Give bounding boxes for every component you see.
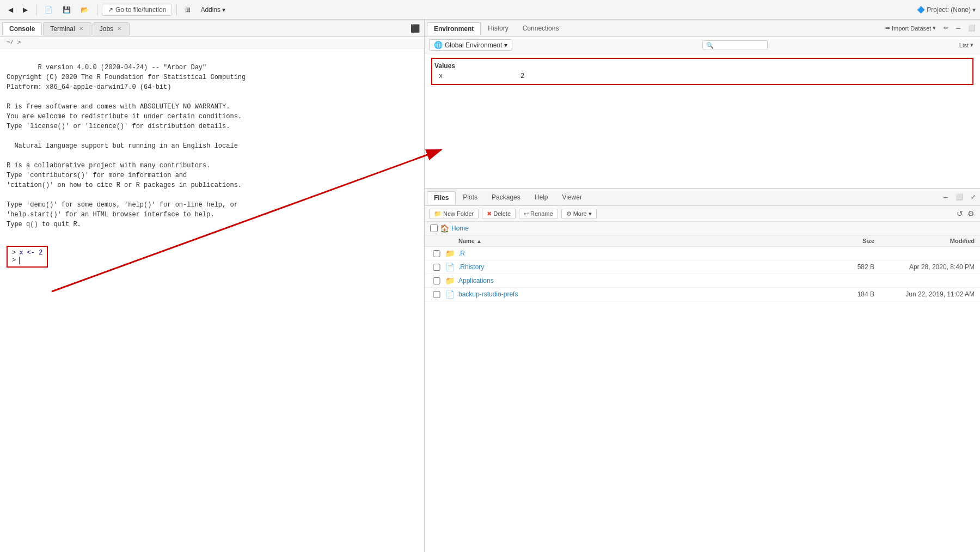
folder-icon-r: 📁 <box>445 249 456 258</box>
delete-btn[interactable]: ✖ Delete <box>482 209 516 219</box>
env-search[interactable] <box>702 40 768 50</box>
rename-btn[interactable]: ↩ Rename <box>519 209 558 219</box>
project-label: 🔷 Project: (None) ▾ <box>917 6 976 14</box>
folder-icon: 📁 <box>434 210 442 217</box>
terminal-close-btn[interactable]: ✕ <box>78 26 84 32</box>
header-modified: Modified <box>877 238 975 244</box>
addins-btn[interactable]: Addins ▾ <box>197 4 229 15</box>
console-input-section: > x <- 2 > <box>7 244 418 268</box>
files-panel: Files Plots Packages Help Viewer ─ ⬜ ⤢ <box>425 189 980 552</box>
gear-icon: ⚙ <box>566 210 572 217</box>
breadcrumb-checkbox[interactable] <box>430 225 438 232</box>
maximize-files-btn[interactable]: ⬜ <box>953 192 965 202</box>
sep3 <box>176 4 177 15</box>
tab-environment[interactable]: Environment <box>427 22 481 35</box>
console-output: R version 4.0.0 (2020-04-24) -- "Arbor D… <box>7 53 418 239</box>
folder-icon-applications: 📁 <box>445 276 456 285</box>
tab-help[interactable]: Help <box>528 191 555 204</box>
file-size-rhistory: 582 B <box>831 263 874 271</box>
maximize-env-btn[interactable]: ⬜ <box>966 23 978 33</box>
tab-plots[interactable]: Plots <box>456 191 485 204</box>
list-view-btn-area: List ▾ <box>957 40 976 50</box>
env-toolbar: 🌐 Global Environment ▾ List ▾ <box>425 37 980 53</box>
sep1 <box>36 4 36 15</box>
tab-history[interactable]: History <box>481 22 515 35</box>
var-name: x <box>439 72 520 80</box>
console-tab-bar: Console Terminal ✕ Jobs ✕ ⬛ <box>0 20 424 37</box>
sep2 <box>97 4 97 15</box>
forward-btn[interactable]: ▶ <box>19 4 32 15</box>
tab-connections[interactable]: Connections <box>516 22 566 35</box>
minimize-env-btn[interactable]: ─ <box>954 24 963 33</box>
grid-btn[interactable]: ⊞ <box>181 4 194 15</box>
go-to-file-button[interactable]: ↗ Go to file/function <box>102 4 172 16</box>
file-icon-backup: 📄 <box>445 290 456 299</box>
import-dataset-btn[interactable]: ➡ Import Dataset ▾ <box>883 23 938 33</box>
console-path: ~/ > <box>0 37 424 48</box>
history-icon-rhistory: 📄 <box>445 263 456 271</box>
console-input-box: > x <- 2 > <box>7 246 48 268</box>
main-layout: Console Terminal ✕ Jobs ✕ ⬛ ~/ > R versi… <box>0 20 980 552</box>
console-content[interactable]: R version 4.0.0 (2020-04-24) -- "Arbor D… <box>0 48 424 552</box>
tab-terminal[interactable]: Terminal ✕ <box>43 22 91 35</box>
env-red-box: Values x 2 <box>431 58 973 85</box>
goto-arrow-icon: ↗ <box>108 6 113 14</box>
jobs-close-btn[interactable]: ✕ <box>116 26 122 32</box>
file-name-applications[interactable]: Applications <box>458 277 829 284</box>
cursor <box>19 257 20 264</box>
global-env-select[interactable]: 🌐 Global Environment ▾ <box>429 39 512 51</box>
tab-console[interactable]: Console <box>2 22 42 35</box>
file-row-backup: 📄 backup-rstudio-prefs 184 B Jun 22, 201… <box>425 288 980 301</box>
new-script-icon: 📄 <box>45 6 53 14</box>
tab-viewer[interactable]: Viewer <box>555 191 589 204</box>
file-name-backup[interactable]: backup-rstudio-prefs <box>458 290 829 298</box>
file-row-r: 📁 .R <box>425 247 980 260</box>
clear-env-btn[interactable]: ✏ <box>941 23 951 33</box>
breadcrumb-home-link[interactable]: Home <box>451 225 469 232</box>
file-name-r[interactable]: .R <box>458 250 829 257</box>
var-value: 2 <box>520 72 524 80</box>
console-cmd-text: x <- 2 <box>19 249 42 257</box>
file-modified-backup: Jun 22, 2019, 11:02 AM <box>877 290 975 298</box>
env-tab-bar: Environment History Connections ➡ Import… <box>425 20 980 37</box>
console-input-line2: > <box>12 257 42 264</box>
delete-icon: ✖ <box>487 210 492 217</box>
main-toolbar: ◀ ▶ 📄 💾 📂 ↗ Go to file/function ⊞ Addins… <box>0 0 980 20</box>
file-size-backup: 184 B <box>831 290 874 298</box>
save-btn[interactable]: 💾 <box>59 4 75 15</box>
right-panel: Environment History Connections ➡ Import… <box>425 20 980 552</box>
list-view-btn[interactable]: List ▾ <box>957 40 976 50</box>
files-toolbar: 📁 New Folder ✖ Delete ↩ Rename ⚙ More ▾ <box>425 206 980 222</box>
files-panel-actions: ─ ⬜ ⤢ <box>941 192 978 202</box>
prompt2: > <box>12 257 16 264</box>
tab-packages[interactable]: Packages <box>485 191 528 204</box>
tab-jobs[interactable]: Jobs ✕ <box>93 22 130 35</box>
file-checkbox-r[interactable] <box>430 250 443 257</box>
files-tab-bar: Files Plots Packages Help Viewer ─ ⬜ ⤢ <box>425 189 980 206</box>
file-checkbox-rhistory[interactable] <box>430 264 443 271</box>
refresh-icon[interactable]: ↺ <box>955 208 964 219</box>
tab-files[interactable]: Files <box>427 191 456 204</box>
env-variable-row: x 2 <box>434 71 970 82</box>
more-btn[interactable]: ⚙ More ▾ <box>561 209 597 219</box>
back-btn[interactable]: ◀ <box>4 4 17 15</box>
console-tab-actions: ⬛ <box>408 23 422 34</box>
file-checkbox-applications[interactable] <box>430 277 443 284</box>
values-header: Values <box>434 61 970 71</box>
header-name[interactable]: Name ▲ <box>458 238 829 244</box>
minimize-files-btn[interactable]: ─ <box>941 193 950 202</box>
file-row-rhistory: 📄 .Rhistory 582 B Apr 28, 2020, 8:40 PM <box>425 260 980 274</box>
breadcrumb: 🏠 Home <box>425 222 980 235</box>
file-checkbox-backup[interactable] <box>430 291 443 298</box>
files-settings-icon[interactable]: ⚙ <box>966 208 976 219</box>
file-row-applications: 📁 Applications <box>425 274 980 288</box>
new-folder-btn[interactable]: 📁 New Folder <box>429 209 479 219</box>
open-btn[interactable]: 📂 <box>77 4 93 15</box>
save-icon: 💾 <box>63 6 71 14</box>
fullscreen-files-btn[interactable]: ⤢ <box>969 192 978 202</box>
maximize-console-btn[interactable]: ⬛ <box>408 23 422 34</box>
file-modified-rhistory: Apr 28, 2020, 8:40 PM <box>877 263 975 271</box>
new-script-btn[interactable]: 📄 <box>41 4 57 15</box>
env-content: Values x 2 <box>425 53 980 188</box>
file-name-rhistory[interactable]: .Rhistory <box>458 263 829 271</box>
